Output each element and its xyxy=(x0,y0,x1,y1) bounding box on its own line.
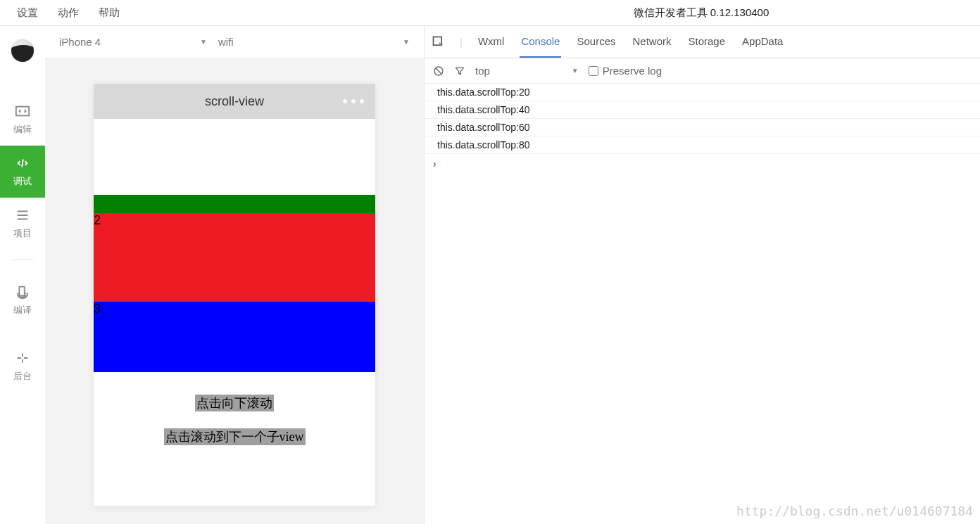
device-select-label: iPhone 4 xyxy=(59,36,101,48)
console-line: this.data.scrollTop:80 xyxy=(425,136,980,154)
simulator-stage: scroll-view 2 3 点击向下滚动 点击滚动到下一个子view xyxy=(45,58,424,524)
tab-appdata[interactable]: AppData xyxy=(741,26,784,58)
tab-network[interactable]: Network xyxy=(631,26,672,58)
devtools-panel: | Wxml Console Sources Network Storage A… xyxy=(424,26,980,524)
console-output: this.data.scrollTop:20 this.data.scrollT… xyxy=(425,84,980,524)
tab-wxml[interactable]: Wxml xyxy=(477,26,506,58)
menu-actions[interactable]: 动作 xyxy=(58,6,79,20)
compile-icon xyxy=(15,284,30,300)
menu-help[interactable]: 帮助 xyxy=(99,6,120,20)
sidebar-item-label: 项目 xyxy=(13,227,32,240)
code-icon xyxy=(15,103,30,119)
chevron-down-icon: ▼ xyxy=(200,38,207,46)
scroll-next-button[interactable]: 点击滚动到下一个子view xyxy=(164,428,306,445)
menu-settings[interactable]: 设置 xyxy=(17,6,38,20)
sidebar-item-label: 后台 xyxy=(13,370,32,383)
console-line: this.data.scrollTop:60 xyxy=(425,119,980,136)
scrollview-item-1[interactable] xyxy=(94,195,375,213)
debug-icon xyxy=(15,155,30,171)
sidebar: 编辑 调试 项目 编译 后台 xyxy=(0,26,45,524)
console-line: this.data.scrollTop:40 xyxy=(425,101,980,119)
tab-sources[interactable]: Sources xyxy=(575,26,617,58)
inspect-icon[interactable] xyxy=(432,35,446,49)
sidebar-item-project[interactable]: 项目 xyxy=(0,198,45,250)
tab-console[interactable]: Console xyxy=(520,26,561,58)
scroll-down-button[interactable]: 点击向下滚动 xyxy=(195,395,274,411)
context-select[interactable]: top ▼ xyxy=(475,65,579,77)
devtools-tabs: | Wxml Console Sources Network Storage A… xyxy=(425,26,980,58)
sidebar-item-label: 编辑 xyxy=(13,123,32,136)
console-filter-bar: top ▼ Preserve log xyxy=(425,58,980,84)
scrollview-item-3[interactable]: 3 xyxy=(94,302,375,372)
clear-icon[interactable] xyxy=(433,65,444,77)
sidebar-item-edit[interactable]: 编辑 xyxy=(0,94,45,146)
sidebar-item-compile[interactable]: 编译 xyxy=(0,274,45,326)
chevron-down-icon: ▼ xyxy=(572,67,579,75)
console-line: this.data.scrollTop:20 xyxy=(425,84,980,101)
list-icon xyxy=(15,207,30,223)
window-title: 微信开发者工具 0.12.130400 xyxy=(422,0,980,25)
main: 编辑 调试 项目 编译 后台 iPhone 4 ▼ wifi xyxy=(0,25,980,524)
svg-rect-0 xyxy=(16,107,29,116)
scrollview-spacer xyxy=(94,119,375,195)
button-group: 点击向下滚动 点击滚动到下一个子view xyxy=(94,372,375,445)
simulator-topbar: iPhone 4 ▼ wifi ▼ xyxy=(45,26,424,58)
more-icon[interactable] xyxy=(343,99,364,103)
scrollview-item-label: 3 xyxy=(94,302,101,316)
tab-storage[interactable]: Storage xyxy=(687,26,727,58)
sidebar-item-debug[interactable]: 调试 xyxy=(0,146,45,198)
phone-navbar: scroll-view xyxy=(94,84,375,119)
device-select[interactable]: iPhone 4 ▼ xyxy=(59,36,207,48)
watermark: http://blog.csdn.net/u014607184 xyxy=(736,504,973,518)
chevron-down-icon: ▼ xyxy=(403,38,410,46)
sidebar-separator xyxy=(11,260,34,260)
context-select-label: top xyxy=(475,65,490,77)
avatar[interactable] xyxy=(11,39,34,63)
phone-frame: scroll-view 2 3 点击向下滚动 点击滚动到下一个子view xyxy=(94,84,375,506)
backend-icon xyxy=(15,350,30,366)
console-prompt[interactable]: › xyxy=(425,154,980,174)
sidebar-item-label: 调试 xyxy=(13,175,32,188)
tabs-separator: | xyxy=(460,36,463,48)
preserve-log-toggle[interactable]: Preserve log xyxy=(589,65,662,77)
scrollview-item-label: 2 xyxy=(94,213,101,227)
filter-icon[interactable] xyxy=(454,65,465,77)
sidebar-item-label: 编译 xyxy=(13,304,32,317)
network-select[interactable]: wifi ▼ xyxy=(218,36,410,48)
phone-nav-title: scroll-view xyxy=(205,94,264,109)
preserve-log-label: Preserve log xyxy=(603,65,662,77)
sidebar-item-backend[interactable]: 后台 xyxy=(0,340,45,392)
preserve-log-checkbox[interactable] xyxy=(589,66,598,76)
network-select-label: wifi xyxy=(218,36,234,48)
phone-body: 2 3 点击向下滚动 点击滚动到下一个子view xyxy=(94,119,375,506)
scrollview-item-2[interactable]: 2 xyxy=(94,213,375,302)
simulator-panel: iPhone 4 ▼ wifi ▼ scroll-view 2 3 xyxy=(45,26,424,524)
